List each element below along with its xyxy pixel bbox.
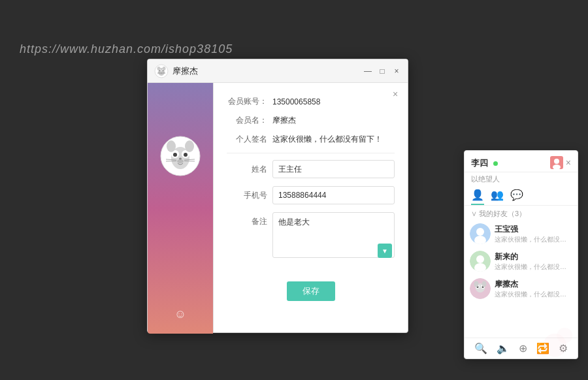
profile-avatar — [159, 135, 201, 177]
friend-info-1: 王宝强 这家伙很懒，什么都没有写... — [495, 224, 572, 244]
svg-point-7 — [157, 67, 161, 71]
save-button[interactable]: 保存 — [287, 281, 335, 301]
form-divider — [227, 153, 395, 153]
friend-item-1[interactable]: 王宝强 这家伙很懒，什么都没有写... — [465, 220, 578, 247]
svg-point-17 — [173, 153, 177, 157]
tab-contacts[interactable]: 👤 — [471, 186, 484, 205]
friend-info-3: 摩擦杰 这家伙很懒，什么都没有写... — [495, 279, 572, 299]
name-row: 姓名 — [227, 160, 395, 178]
chat-bottom-bar: 🔍 🔈 ⊕ 🔁 ⚙ — [465, 338, 578, 358]
minimize-button[interactable]: — — [363, 67, 372, 76]
svg-line-24 — [166, 161, 176, 162]
chat-friend-list: 王宝强 这家伙很懒，什么都没有写... 新来的 这家伙很懒，什么都没有写... — [465, 220, 578, 338]
chat-header-avatar — [550, 156, 563, 169]
svg-point-19 — [177, 159, 184, 163]
tab-messages[interactable]: 💬 — [510, 186, 523, 205]
profile-panel: ☺ — [148, 83, 213, 334]
settings-icon[interactable]: ⚙ — [559, 342, 568, 355]
phone-label: 手机号 — [227, 190, 272, 201]
search-icon[interactable]: 🔍 — [474, 342, 487, 355]
maximize-button[interactable]: □ — [378, 67, 387, 76]
chat-close-button[interactable]: × — [566, 157, 571, 168]
svg-point-31 — [554, 159, 559, 164]
note-textarea-wrap: 他是老大 ▼ — [272, 212, 395, 261]
friend-avatar-2 — [470, 251, 491, 272]
textarea-dropdown-button[interactable]: ▼ — [378, 244, 392, 258]
svg-point-6 — [160, 72, 163, 73]
friend-avatar-3 — [470, 278, 491, 299]
chat-panel: 李四 × 以绝望人 👤 👥 💬 ∨ 我的好友（3） — [464, 150, 578, 359]
app-icon — [154, 64, 169, 78]
sound-icon[interactable]: 🔈 — [497, 342, 510, 355]
close-button[interactable]: × — [392, 67, 401, 76]
note-label: 备注 — [227, 216, 272, 227]
main-window-titlebar: 摩擦杰 — □ × — [148, 59, 408, 83]
svg-point-34 — [476, 228, 484, 236]
account-label: 会员账号： — [227, 96, 272, 107]
signature-value: 这家伙很懒，什么都没有留下！ — [272, 134, 395, 145]
add-icon[interactable]: ⊕ — [519, 342, 527, 355]
svg-point-22 — [179, 158, 182, 160]
friends-section-header: ∨ 我的好友（3） — [465, 206, 578, 220]
friend-item-2[interactable]: 新来的 这家伙很懒，什么都没有写... — [465, 247, 578, 275]
friend-status-1: 这家伙很懒，什么都没有写... — [495, 235, 572, 244]
svg-point-45 — [474, 281, 479, 287]
chat-subtitle: 以绝望人 — [465, 172, 578, 186]
account-value: 13500065858 — [272, 97, 395, 106]
svg-point-8 — [163, 67, 166, 71]
account-row: 会员账号： 13500065858 — [227, 96, 395, 107]
titlebar-title: 摩擦杰 — [172, 65, 198, 77]
svg-point-37 — [476, 255, 484, 263]
friend-item-3[interactable]: 摩擦杰 这家伙很懒，什么都没有写... — [465, 275, 578, 302]
name-input[interactable] — [272, 160, 395, 178]
chat-tabs: 👤 👥 💬 — [465, 186, 578, 206]
name-label: 姓名 — [227, 164, 272, 175]
friend-name-2: 新来的 — [495, 251, 572, 262]
titlebar-left: 摩擦杰 — [154, 64, 198, 78]
svg-point-18 — [184, 153, 188, 157]
friend-status-2: 这家伙很懒，什么都没有写... — [495, 262, 572, 272]
online-indicator — [493, 161, 498, 166]
titlebar-controls: — □ × — [363, 67, 401, 76]
chat-user-name: 李四 — [471, 158, 488, 168]
signature-label: 个人签名 — [227, 134, 272, 145]
username-label: 会员名： — [227, 115, 272, 126]
username-value: 摩擦杰 — [272, 115, 395, 126]
dialog-form: 会员账号： 13500065858 会员名： 摩擦杰 个人签名 这家伙很懒，什么… — [214, 83, 408, 275]
username-row: 会员名： 摩擦杰 — [227, 115, 395, 126]
svg-line-26 — [184, 161, 195, 162]
phone-input[interactable] — [272, 186, 395, 204]
dialog: × 会员账号： 13500065858 会员名： 摩擦杰 个人签名 这家伙很懒，… — [213, 83, 408, 332]
svg-point-20 — [167, 140, 176, 152]
friend-avatar-1 — [470, 223, 491, 244]
svg-point-21 — [185, 140, 194, 152]
signature-row: 个人签名 这家伙很懒，什么都没有留下！ — [227, 134, 395, 145]
friend-info-2: 新来的 这家伙很懒，什么都没有写... — [495, 251, 572, 272]
dialog-close-button[interactable]: × — [389, 88, 401, 100]
note-row: 备注 他是老大 ▼ — [227, 212, 395, 261]
watermark: https://www.huzhan.com/ishop38105 — [20, 42, 233, 56]
note-textarea[interactable]: 他是老大 — [272, 212, 395, 258]
phone-row: 手机号 — [227, 186, 395, 204]
svg-point-46 — [482, 281, 487, 287]
friend-name-1: 王宝强 — [495, 224, 572, 235]
sync-icon[interactable]: 🔁 — [536, 342, 549, 355]
chat-titlebar: 李四 × — [465, 151, 578, 172]
chat-header-icons: × — [550, 156, 571, 169]
chat-user-info: 李四 — [471, 157, 498, 169]
main-window: 摩擦杰 — □ × — [147, 59, 408, 333]
friend-name-3: 摩擦杰 — [495, 279, 572, 290]
emoji-button[interactable]: ☺ — [171, 305, 189, 323]
tab-groups[interactable]: 👥 — [491, 186, 504, 205]
friend-status-3: 这家伙很懒，什么都没有写... — [495, 290, 572, 299]
